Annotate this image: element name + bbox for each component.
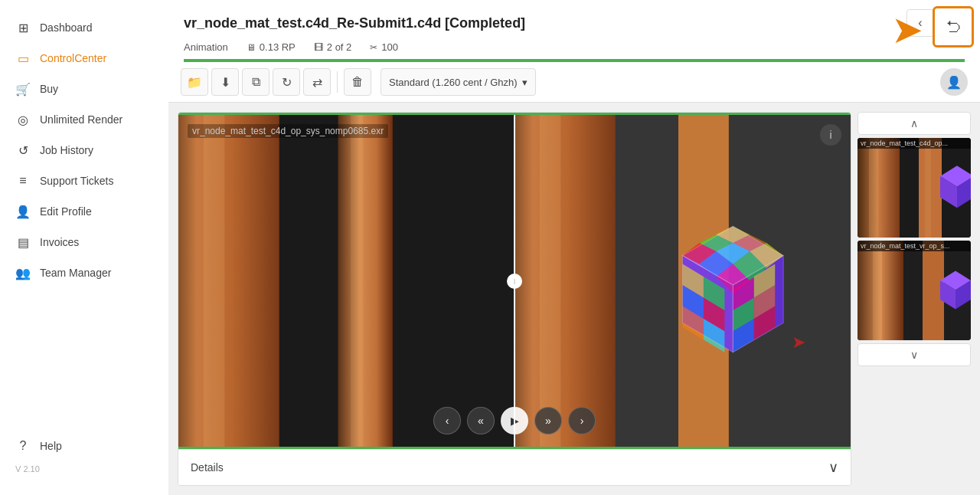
sidebar-item-label: Unlimited Render (40, 113, 122, 126)
thumbnail-label-2: vr_node_mat_test_vr_op_s... (858, 241, 971, 251)
control-center-icon: ▭ (15, 51, 31, 66)
toolbar: 📁 ⬇ ⧉ ↻ ⇄ 🗑 Standard (1.260 cent / Ghzh)… (168, 62, 980, 103)
next-skip-button[interactable]: » (534, 407, 562, 434)
zoom-icon: ✂ (370, 42, 377, 53)
version-label: V 2.10 (0, 461, 168, 477)
svg-rect-1 (178, 115, 279, 447)
user-avatar-button[interactable]: 👤 (940, 68, 968, 96)
chevron-down-icon: ∨ (910, 349, 918, 361)
sidebar-item-edit-profile[interactable]: 👤 Edit Profile (0, 196, 168, 227)
sidebar-item-label: Job History (40, 144, 93, 156)
sidebar-item-help[interactable]: ? Help (0, 431, 168, 461)
delete-button[interactable]: 🗑 (344, 68, 371, 96)
sidebar-item-dashboard[interactable]: ⊞ Dashboard (0, 12, 168, 43)
thumbnail-render-2 (858, 241, 971, 340)
sidebar-item-unlimited-render[interactable]: ◎ Unlimited Render (0, 104, 168, 135)
frames-icon: 🎞 (314, 42, 323, 53)
next-frame-button[interactable]: › (568, 407, 596, 434)
thumbnail-label-1: vr_node_mat_test_c4d_op... (858, 138, 971, 149)
pricing-label: Standard (1.260 cent / Ghzh) (389, 77, 518, 88)
header-right-area: ‹ › (906, 9, 965, 37)
details-bar[interactable]: Details ∨ (178, 449, 851, 485)
team-manager-icon: 👥 (15, 265, 31, 280)
sidebar-item-team-manager[interactable]: 👥 Team Manager (0, 257, 168, 288)
render-left (178, 115, 514, 447)
svg-rect-2 (204, 115, 224, 447)
job-frames: 🎞 2 of 2 (314, 41, 352, 53)
unlimited-render-icon: ◎ (15, 112, 31, 127)
sidebar-item-invoices[interactable]: ▤ Invoices (0, 227, 168, 257)
refresh-button[interactable]: ↻ (273, 68, 300, 96)
nav-prev-button[interactable]: ‹ (906, 9, 934, 37)
buy-icon: 🛒 (15, 81, 31, 97)
folder-button[interactable]: 📁 (181, 68, 208, 96)
prev-skip-button[interactable]: « (467, 407, 495, 434)
job-history-icon: ↺ (15, 143, 31, 158)
sidebar-item-label: Edit Profile (40, 205, 92, 218)
preview-image-area: ➤ | vr_node_mat_test_c4d_op_sys_nomp0685… (178, 115, 851, 447)
dashboard-icon: ⊞ (15, 20, 31, 35)
svg-rect-22 (925, 138, 931, 238)
chevron-up-icon: ∧ (910, 117, 918, 129)
job-meta: Animation 🖥 0.13 RP 🎞 2 of 2 ✂ 100 (184, 37, 965, 59)
transfer-button[interactable]: ⇄ (303, 68, 331, 96)
details-expand-icon: ∨ (828, 459, 838, 476)
thumbnail-item-1[interactable]: vr_node_mat_test_c4d_op... (858, 138, 971, 238)
sidebar-item-label: Buy (40, 83, 58, 95)
svg-rect-9 (540, 115, 560, 447)
nav-arrows: ‹ › (906, 9, 965, 37)
preview-filename: vr_node_mat_test_c4d_op_sys_nomp0685.exr (188, 124, 388, 138)
svg-rect-4 (351, 115, 363, 447)
content-area: ➤ | vr_node_mat_test_c4d_op_sys_nomp0685… (168, 103, 980, 495)
job-rp: 🖥 0.13 RP (247, 41, 296, 53)
sidebar-item-label: ControlCenter (40, 52, 106, 64)
thumbnail-panel: ∧ vr_node_mat_test_c4d_op... (858, 112, 971, 486)
job-header: vr_node_mat_test.c4d_Re-Submit1.c4d [Com… (168, 0, 980, 62)
sidebar-item-buy[interactable]: 🛒 Buy (0, 74, 168, 104)
sidebar-item-label: Dashboard (40, 21, 93, 34)
copy-button[interactable]: ⧉ (242, 68, 270, 96)
sidebar-item-job-history[interactable]: ↺ Job History (0, 135, 168, 166)
support-tickets-icon: ≡ (15, 173, 31, 188)
sidebar-item-control-center[interactable]: ▭ ControlCenter (0, 43, 168, 74)
pricing-chevron-icon: ▾ (522, 77, 528, 88)
svg-rect-19 (858, 138, 900, 238)
thumbnail-item-2[interactable]: vr_node_mat_test_vr_op_s... (858, 241, 971, 340)
render-right: ➤ (514, 115, 851, 447)
toolbar-separator (337, 71, 338, 93)
nav-next-button[interactable]: › (937, 9, 965, 37)
svg-rect-8 (514, 115, 616, 447)
svg-text:➤: ➤ (792, 333, 805, 352)
thumbnail-up-button[interactable]: ∧ (858, 112, 971, 135)
svg-rect-20 (869, 138, 878, 238)
svg-rect-28 (873, 241, 882, 340)
svg-rect-3 (338, 115, 393, 447)
sidebar-item-label: Team Manager (40, 267, 111, 279)
help-icon: ? (15, 438, 31, 454)
sidebar: ⊞ Dashboard ▭ ControlCenter 🛒 Buy ◎ Unli… (0, 0, 168, 495)
thumbnail-render-1 (858, 138, 971, 238)
rp-icon: 🖥 (247, 42, 256, 53)
invoices-icon: ▤ (15, 234, 31, 250)
thumbnail-expand-button[interactable]: ∨ (858, 343, 971, 366)
preview-panel: ➤ | vr_node_mat_test_c4d_op_sys_nomp0685… (178, 112, 851, 486)
job-title: vr_node_mat_test.c4d_Re-Submit1.c4d [Com… (184, 15, 525, 31)
sidebar-item-label: Help (40, 440, 62, 452)
pricing-dropdown[interactable]: Standard (1.260 cent / Ghzh) ▾ (381, 68, 536, 96)
sidebar-item-support-tickets[interactable]: ≡ Support Tickets (0, 166, 168, 196)
job-type: Animation (184, 41, 228, 53)
sidebar-item-label: Support Tickets (40, 175, 114, 187)
download-button[interactable]: ⬇ (211, 68, 239, 96)
main-content: vr_node_mat_test.c4d_Re-Submit1.c4d [Com… (168, 0, 980, 495)
split-handle[interactable]: | (507, 274, 522, 289)
details-label: Details (191, 461, 224, 474)
prev-frame-button[interactable]: ‹ (433, 407, 461, 434)
edit-profile-icon: 👤 (15, 204, 31, 219)
sidebar-item-label: Invoices (40, 236, 79, 248)
job-zoom: ✂ 100 (370, 41, 398, 53)
preview-info-button[interactable]: i (820, 124, 841, 146)
render-scene: ➤ | vr_node_mat_test_c4d_op_sys_nomp0685… (178, 115, 851, 447)
